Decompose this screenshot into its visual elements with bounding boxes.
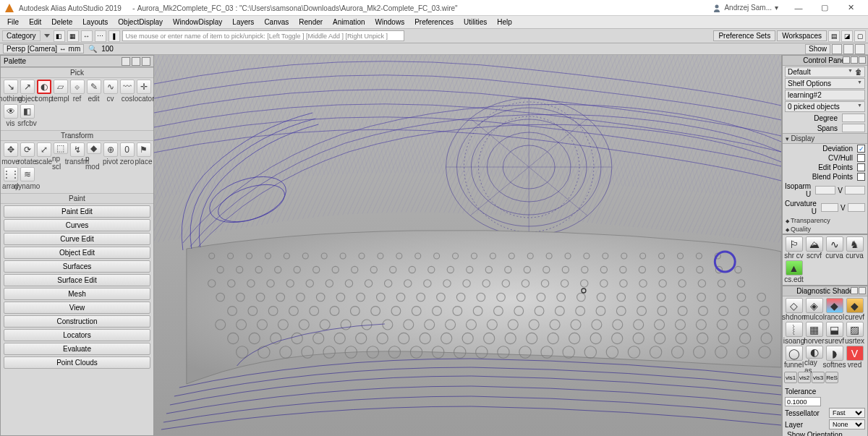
curvature-input[interactable] (821, 203, 838, 212)
menu-file[interactable]: File (3, 17, 23, 27)
spans-input[interactable] (842, 124, 865, 132)
shelf-options-dropdown[interactable]: Shelf Options▼ (785, 78, 865, 89)
tolerance-input[interactable] (785, 397, 821, 406)
editpoints-check[interactable] (857, 163, 865, 171)
menu-windows[interactable]: Windows (371, 17, 409, 27)
diag-vred[interactable]: Vvred (845, 346, 864, 369)
panel-view[interactable]: View (4, 302, 150, 314)
shelf-curva2[interactable]: ♞curva (845, 236, 864, 260)
maximize-button[interactable]: ▢ (812, 0, 838, 16)
tool-templ[interactable]: ▱templ (52, 80, 69, 104)
toolbar-icon-4[interactable]: ⋯ (95, 30, 106, 42)
tool-srfcbv[interactable]: ◧srfcbv (19, 104, 35, 129)
palette-dock-icon[interactable] (132, 57, 140, 66)
curvature-v-input[interactable] (848, 203, 865, 212)
section-pick[interactable]: Pick (1, 67, 153, 78)
menu-canvas[interactable]: Canvas (260, 17, 293, 27)
tool-cv[interactable]: ∿cv (102, 80, 119, 104)
shelf-scrvf[interactable]: ⛰scrvf (804, 236, 824, 260)
palette-min-icon[interactable] (122, 57, 130, 66)
category-dropdown-icon[interactable] (44, 34, 50, 38)
palette-close-icon[interactable] (142, 57, 150, 66)
diag-isoang[interactable]: ⦚isoang (784, 322, 804, 345)
menu-objectdisplay[interactable]: ObjectDisplay (114, 17, 167, 27)
section-transform[interactable]: Transform (1, 130, 153, 141)
view-opt-1[interactable] (832, 44, 842, 54)
diag-mulcol[interactable]: ◈mulcol (804, 298, 824, 321)
diag-funnel[interactable]: ◯funnel (784, 346, 804, 369)
panel-evaluate[interactable]: Evaluate (4, 343, 150, 355)
diag-shdnon[interactable]: ◇shdnon (784, 298, 804, 321)
default-dropdown[interactable]: Default▼🗑 (785, 67, 865, 77)
toolbar-right-icon-2[interactable]: ◪ (841, 30, 853, 42)
vis-res[interactable]: ReS (825, 372, 838, 383)
promptline-input[interactable]: Use mouse or enter name of item to pick/… (122, 30, 404, 41)
view-opt-2[interactable] (843, 44, 854, 54)
tool-pivot[interactable]: ⊕pivot (102, 142, 119, 167)
panel-construction[interactable]: Construction (4, 315, 150, 328)
panel-point-clouds[interactable]: Point Clouds (4, 356, 150, 369)
toolbar-icon-1[interactable]: ◧ (54, 30, 65, 42)
toolbar-icon-2[interactable]: ▦ (67, 30, 79, 42)
orientation-row[interactable]: Show Orientation (785, 431, 865, 436)
tool-zero[interactable]: 0zero (119, 142, 135, 167)
toolbar-icon-3[interactable]: ↔ (81, 30, 93, 42)
user-menu[interactable]: Andrzej Sam... ▾ (712, 4, 778, 12)
menu-windowdisplay[interactable]: WindowDisplay (169, 17, 226, 27)
control-panel-header[interactable]: Control Panel (783, 56, 867, 66)
panel-surfaces[interactable]: Surfaces (4, 260, 150, 273)
panel-curve-edit[interactable]: Curve Edit (4, 233, 150, 245)
diag-surevl[interactable]: ⬓surevf (825, 322, 844, 345)
diag-horver[interactable]: ▦horver (804, 322, 824, 345)
diag-curevl[interactable]: ◆curevf (845, 298, 864, 321)
show-button[interactable]: Show (805, 44, 830, 54)
degree-input[interactable] (842, 114, 865, 122)
diag-clayas[interactable]: ◐clay as (804, 346, 824, 369)
menu-preferences[interactable]: Preferences (410, 17, 458, 27)
isoparm-input[interactable] (815, 186, 835, 195)
tool-place[interactable]: ⚑place (135, 142, 152, 167)
quality-expand[interactable]: Quality (783, 225, 867, 234)
minimize-button[interactable]: — (786, 0, 812, 16)
picked-objects[interactable]: 0 picked objects▼ (785, 101, 865, 112)
menu-layouts[interactable]: Layouts (78, 17, 112, 27)
menu-utilities[interactable]: Utilities (459, 17, 491, 27)
vis2[interactable]: vis2 (798, 372, 811, 383)
palette-title[interactable]: Palette (1, 56, 153, 67)
preference-sets-button[interactable]: Preference Sets (713, 30, 775, 41)
toolbar-right-icon-1[interactable]: ▤ (828, 30, 840, 42)
menu-render[interactable]: Render (294, 17, 327, 27)
menu-help[interactable]: Help (493, 17, 516, 27)
tool-pmod[interactable]: ◆p mod (85, 142, 102, 167)
tool-nothing[interactable]: ↘nothing (2, 80, 19, 104)
transparency-expand[interactable]: Transparency (783, 216, 867, 225)
tool-dynamo[interactable]: ≋dynamo (19, 167, 35, 192)
3d-viewport[interactable] (154, 55, 781, 436)
tool-move[interactable]: ✥move (2, 142, 19, 167)
tool-comp[interactable]: ◐comp (35, 80, 52, 104)
view-opt-3[interactable] (855, 44, 865, 54)
tessellator-select[interactable]: Fast (829, 408, 865, 418)
learning-dropdown[interactable]: learning#2 (785, 90, 865, 101)
layer-select[interactable]: None (829, 419, 865, 429)
tool-locator[interactable]: ✛locator (135, 80, 152, 104)
diag-softnes[interactable]: ◗softnes (825, 346, 844, 369)
toolbar-right-icon-3[interactable]: ▢ (854, 30, 866, 42)
isoparm-v-input[interactable] (845, 186, 865, 195)
diagnostic-header[interactable]: Diagnostic Shade (783, 286, 867, 296)
tool-object[interactable]: ↗object (19, 80, 35, 104)
tool-transfm[interactable]: ↯transfm (69, 142, 85, 167)
section-paint[interactable]: Paint (1, 193, 153, 204)
workspaces-button[interactable]: Workspaces (777, 30, 827, 41)
tool-rotate[interactable]: ⟳rotate (19, 142, 35, 167)
diag-usrtex[interactable]: ▨usrtex (845, 322, 864, 345)
cvhull-check[interactable] (857, 154, 865, 162)
menu-layers[interactable]: Layers (228, 17, 258, 27)
category-label[interactable]: Category (2, 30, 41, 41)
panel-object-edit[interactable]: Object Edit (4, 247, 150, 259)
vis1[interactable]: vis1 (784, 372, 797, 383)
deviation-check[interactable] (857, 145, 865, 153)
panel-mesh[interactable]: Mesh (4, 288, 150, 300)
menu-edit[interactable]: Edit (25, 17, 46, 27)
panel-surface-edit[interactable]: Surface Edit (4, 274, 150, 286)
